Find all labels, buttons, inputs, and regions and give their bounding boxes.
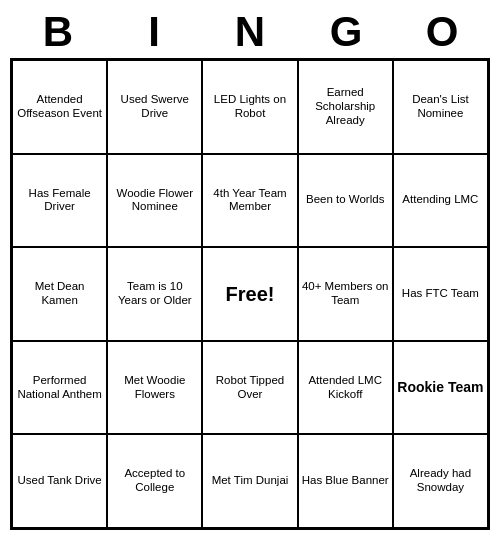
bingo-cell-12[interactable]: Free! [202,247,297,341]
bingo-grid: Attended Offseason EventUsed Swerve Driv… [10,58,490,530]
bingo-cell-13[interactable]: 40+ Members on Team [298,247,393,341]
bingo-cell-15[interactable]: Performed National Anthem [12,341,107,435]
bingo-cell-9[interactable]: Attending LMC [393,154,488,248]
bingo-cell-14[interactable]: Has FTC Team [393,247,488,341]
bingo-cell-24[interactable]: Already had Snowday [393,434,488,528]
bingo-cell-20[interactable]: Used Tank Drive [12,434,107,528]
letter-o: O [394,8,490,56]
bingo-cell-10[interactable]: Met Dean Kamen [12,247,107,341]
bingo-cell-4[interactable]: Dean's List Nominee [393,60,488,154]
bingo-cell-17[interactable]: Robot Tipped Over [202,341,297,435]
bingo-cell-23[interactable]: Has Blue Banner [298,434,393,528]
bingo-cell-0[interactable]: Attended Offseason Event [12,60,107,154]
bingo-cell-22[interactable]: Met Tim Dunjai [202,434,297,528]
bingo-cell-21[interactable]: Accepted to College [107,434,202,528]
bingo-title: B I N G O [10,8,490,56]
bingo-cell-18[interactable]: Attended LMC Kickoff [298,341,393,435]
letter-i: I [106,8,202,56]
bingo-cell-3[interactable]: Earned Scholarship Already [298,60,393,154]
bingo-cell-2[interactable]: LED Lights on Robot [202,60,297,154]
letter-g: G [298,8,394,56]
letter-n: N [202,8,298,56]
bingo-cell-7[interactable]: 4th Year Team Member [202,154,297,248]
bingo-cell-16[interactable]: Met Woodie Flowers [107,341,202,435]
bingo-cell-5[interactable]: Has Female Driver [12,154,107,248]
bingo-container: B I N G O Attended Offseason EventUsed S… [10,8,490,530]
bingo-cell-1[interactable]: Used Swerve Drive [107,60,202,154]
bingo-cell-6[interactable]: Woodie Flower Nominee [107,154,202,248]
bingo-cell-11[interactable]: Team is 10 Years or Older [107,247,202,341]
bingo-cell-19[interactable]: Rookie Team [393,341,488,435]
letter-b: B [10,8,106,56]
bingo-cell-8[interactable]: Been to Worlds [298,154,393,248]
